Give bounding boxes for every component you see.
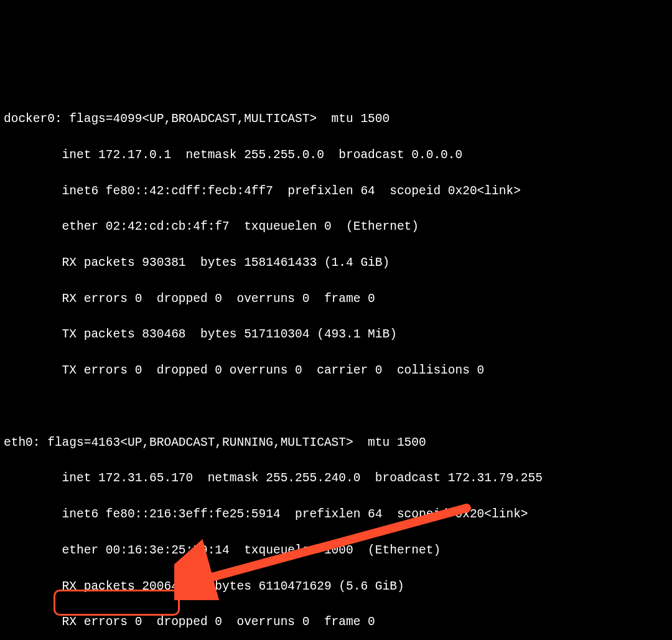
iface-eth0-ether: ether 00:16:3e:25:59:14 txqueuelen 1000 … xyxy=(4,542,668,560)
iface-docker0-rxe: RX errors 0 dropped 0 overruns 0 frame 0 xyxy=(4,290,668,308)
iface-docker0-inet: inet 172.17.0.1 netmask 255.255.0.0 broa… xyxy=(4,146,668,164)
terminal-output: docker0: flags=4099<UP,BROADCAST,MULTICA… xyxy=(0,90,672,640)
iface-docker0-rxp: RX packets 930381 bytes 1581461433 (1.4 … xyxy=(4,254,668,272)
iface-docker0-header: docker0: flags=4099<UP,BROADCAST,MULTICA… xyxy=(4,110,668,128)
iface-eth0-header: eth0: flags=4163<UP,BROADCAST,RUNNING,MU… xyxy=(4,434,668,452)
iface-eth0-inet: inet 172.31.65.170 netmask 255.255.240.0… xyxy=(4,469,668,487)
iface-docker0-txp: TX packets 830468 bytes 517110304 (493.1… xyxy=(4,326,668,344)
iface-eth0-rxp: RX packets 20064467 bytes 6110471629 (5.… xyxy=(4,578,668,596)
iface-docker0-txe: TX errors 0 dropped 0 overruns 0 carrier… xyxy=(4,362,668,380)
iface-eth0-rxe: RX errors 0 dropped 0 overruns 0 frame 0 xyxy=(4,613,668,631)
iface-docker0-inet6: inet6 fe80::42:cdff:fecb:4ff7 prefixlen … xyxy=(4,182,668,200)
iface-docker0-ether: ether 02:42:cd:cb:4f:f7 txqueuelen 0 (Et… xyxy=(4,218,668,236)
blank-line xyxy=(4,398,668,416)
iface-eth0-inet6: inet6 fe80::216:3eff:fe25:5914 prefixlen… xyxy=(4,506,668,524)
